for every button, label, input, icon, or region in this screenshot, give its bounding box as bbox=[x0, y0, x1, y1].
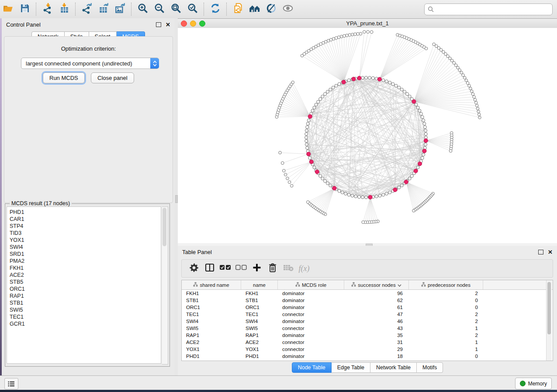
zoom-selected-button[interactable] bbox=[184, 2, 201, 17]
application-window: Control Panel ✕ NetworkStyleSelectMCDS O… bbox=[0, 0, 557, 392]
mcds-result-item[interactable]: STB1 bbox=[10, 299, 161, 306]
mcds-result-item[interactable]: SWI4 bbox=[10, 244, 161, 251]
mcds-tab-panel: Optimization criterion: largest connecte… bbox=[4, 36, 173, 203]
status-bar: Memory bbox=[0, 375, 557, 390]
save-session-button[interactable] bbox=[17, 2, 33, 17]
mcds-result-item[interactable]: TEC1 bbox=[10, 313, 161, 320]
import-network-icon bbox=[42, 3, 53, 16]
hierarchy-icon bbox=[351, 282, 356, 288]
toolbar-separator bbox=[226, 3, 227, 16]
memory-label: Memory bbox=[528, 381, 547, 387]
optimization-criterion-select[interactable]: largest connected component (undirected) bbox=[21, 58, 159, 69]
float-panel-icon[interactable] bbox=[538, 250, 543, 254]
table-scrollbar[interactable] bbox=[546, 280, 552, 361]
mcds-result-item[interactable]: ACE2 bbox=[10, 272, 161, 279]
delete-table-button[interactable] bbox=[280, 261, 296, 276]
zoom-fit-button[interactable] bbox=[168, 2, 184, 17]
column-header-name[interactable]: name bbox=[241, 280, 278, 289]
refresh-button[interactable] bbox=[207, 2, 224, 17]
mcds-result-item[interactable]: FKH1 bbox=[10, 265, 161, 272]
export-image-button[interactable] bbox=[112, 2, 128, 17]
table-row[interactable]: FKH1FKH1 dominator96 2 bbox=[182, 290, 553, 297]
table-row[interactable]: SWI4SWI4 dominator46 2 bbox=[182, 318, 553, 325]
hierarchy-icon bbox=[295, 282, 300, 288]
open-file-button[interactable] bbox=[0, 2, 17, 17]
column-header-successor-nodes[interactable]: successor nodes bbox=[344, 280, 409, 289]
column-header-shared-name[interactable]: shared name bbox=[182, 280, 241, 289]
mcds-result-list[interactable]: PHD1CAR1STP4TID3YOX1SWI4SRD1PMA2FKH1ACE2… bbox=[7, 206, 161, 364]
mcds-result-item[interactable]: SWI5 bbox=[10, 306, 161, 313]
task-history-button[interactable] bbox=[4, 378, 18, 389]
zoom-in-button[interactable] bbox=[135, 2, 151, 17]
show-columns-button[interactable] bbox=[202, 261, 218, 276]
network-window-titlebar[interactable]: YPA_prune.txt_1 bbox=[178, 19, 557, 28]
table-row[interactable]: TEC1TEC1 connector47 2 bbox=[182, 311, 553, 318]
mcds-result-item[interactable]: GCR1 bbox=[10, 320, 161, 327]
mcds-result-item[interactable]: RAP1 bbox=[10, 292, 161, 299]
import-network-button[interactable] bbox=[39, 2, 56, 17]
export-table-button[interactable] bbox=[95, 2, 112, 17]
mcds-result-item[interactable]: PHD1 bbox=[10, 209, 161, 216]
column-header-predecessor-nodes[interactable]: predecessor nodes bbox=[409, 280, 483, 289]
mcds-result-item[interactable]: STB5 bbox=[10, 279, 161, 285]
clone-network-icon bbox=[232, 3, 244, 16]
mcds-result-item[interactable]: YOX1 bbox=[10, 237, 161, 244]
mcds-result-scrollbar[interactable] bbox=[162, 206, 168, 364]
mcds-result-item[interactable]: PMA2 bbox=[10, 258, 161, 265]
add-column-button[interactable] bbox=[249, 261, 265, 276]
close-panel-icon[interactable]: ✕ bbox=[166, 22, 170, 28]
tab-network-table[interactable]: Network Table bbox=[370, 362, 417, 373]
vizmapper-button[interactable] bbox=[263, 2, 280, 17]
plus-icon bbox=[253, 263, 261, 274]
export-network-button[interactable] bbox=[79, 2, 95, 17]
search-input[interactable] bbox=[436, 4, 550, 14]
delete-column-button[interactable] bbox=[265, 261, 280, 276]
clone-network-button[interactable] bbox=[230, 2, 246, 17]
close-panel-button[interactable]: Close panel bbox=[91, 72, 134, 83]
zoom-out-button[interactable] bbox=[151, 2, 168, 17]
mcds-result-item[interactable]: CAR1 bbox=[10, 216, 161, 223]
houses-button[interactable] bbox=[246, 2, 263, 17]
sort-descending-icon bbox=[398, 282, 401, 288]
float-panel-icon[interactable] bbox=[156, 22, 161, 27]
table-row[interactable]: RAP1RAP1 dominator35 2 bbox=[182, 332, 553, 339]
tab-motifs[interactable]: Motifs bbox=[417, 362, 443, 373]
network-canvas[interactable] bbox=[178, 28, 557, 243]
search-box[interactable] bbox=[424, 3, 553, 15]
network-graph[interactable] bbox=[178, 28, 557, 243]
mcds-result-item[interactable]: STP4 bbox=[10, 223, 161, 230]
function-builder-button[interactable]: f(x) bbox=[296, 261, 312, 276]
table-row[interactable]: ACE2ACE2 connector31 1 bbox=[182, 339, 553, 346]
mcds-result-item[interactable]: ORC1 bbox=[10, 285, 161, 292]
mcds-result-item[interactable]: TID3 bbox=[10, 230, 161, 237]
optimization-criterion-value: largest connected component (undirected) bbox=[21, 60, 150, 67]
hierarchy-icon bbox=[421, 282, 426, 288]
table-row[interactable]: YOX1YOX1 connector29 1 bbox=[182, 346, 553, 353]
table-tabs: Node TableEdge TableNetwork TableMotifs bbox=[178, 362, 557, 373]
network-window-title: YPA_prune.txt_1 bbox=[178, 20, 557, 27]
function-icon: f(x) bbox=[299, 264, 310, 273]
tab-node-table[interactable]: Node Table bbox=[292, 362, 332, 373]
eye-button[interactable] bbox=[280, 2, 296, 17]
column-header-MCDS-role[interactable]: MCDS role bbox=[278, 280, 344, 289]
refresh-icon bbox=[210, 3, 221, 16]
tab-edge-table[interactable]: Edge Table bbox=[332, 362, 370, 373]
node-table[interactable]: shared namenameMCDS rolesuccessor nodesp… bbox=[181, 280, 553, 361]
table-row[interactable]: SWI5SWI5 connector43 1 bbox=[182, 325, 553, 332]
table-body: FKH1FKH1 dominator96 2 STB1STB1 dominato… bbox=[182, 290, 553, 360]
open-file-icon bbox=[3, 3, 14, 16]
table-row[interactable]: STB1STB1 dominator62 0 bbox=[182, 297, 553, 304]
import-table-button[interactable] bbox=[56, 2, 73, 17]
select-all-button[interactable] bbox=[218, 261, 233, 276]
memory-button[interactable]: Memory bbox=[515, 378, 552, 389]
close-panel-icon[interactable]: ✕ bbox=[548, 249, 553, 255]
table-row[interactable]: ORC1ORC1 dominator61 0 bbox=[182, 304, 553, 311]
mcds-result-item[interactable]: SRD1 bbox=[10, 251, 161, 258]
run-mcds-button[interactable]: Run MCDS bbox=[43, 72, 85, 83]
table-panel-title: Table Panel bbox=[182, 249, 212, 255]
settings-gear-button[interactable] bbox=[186, 261, 202, 276]
clear-selection-button[interactable] bbox=[233, 261, 249, 276]
export-network-icon bbox=[81, 3, 93, 16]
table-row[interactable]: PHD1PHD1 dominator18 0 bbox=[182, 353, 553, 360]
table-toolbar: f(x) bbox=[181, 259, 553, 278]
